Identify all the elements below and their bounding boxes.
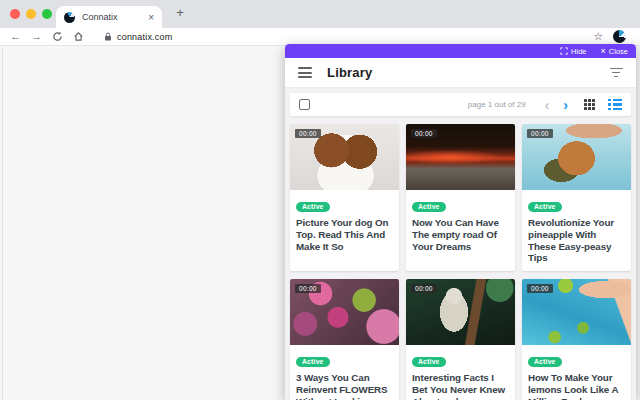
pagination-label: page 1 out of 29 (468, 100, 526, 109)
window-close-button[interactable] (10, 9, 20, 19)
video-thumbnail[interactable]: 00:00 (406, 279, 515, 345)
card-body: Active Interesting Facts I Bet You Never… (406, 345, 515, 400)
new-tab-button[interactable]: + (172, 5, 188, 21)
page-title: Library (327, 65, 372, 80)
card-body: Active Revolutionize Your pineapple With… (522, 190, 631, 271)
duration-badge: 00:00 (295, 284, 321, 293)
cards-grid: 00:00 Active Picture Your dog On Top. Re… (285, 121, 636, 400)
browser-tabstrip: Connatix × + (0, 0, 640, 28)
library-video-card[interactable]: 00:00 Active Picture Your dog On Top. Re… (290, 124, 399, 271)
video-title: Now You Can Have The empty road Of Your … (412, 217, 509, 252)
card-body: Active Now You Can Have The empty road O… (406, 190, 515, 259)
status-badge: Active (528, 202, 562, 212)
url-text: connatix.com (117, 32, 172, 42)
card-body: Active 3 Ways You Can Reinvent FLOWERS W… (290, 345, 399, 400)
window-zoom-button[interactable] (42, 9, 52, 19)
video-thumbnail[interactable]: 00:00 (290, 124, 399, 190)
url-bar[interactable]: connatix.com (96, 31, 180, 43)
reload-icon[interactable] (52, 31, 63, 42)
lock-icon (104, 32, 112, 41)
browser-tab[interactable]: Connatix × (56, 6, 162, 28)
hide-button[interactable]: Hide (560, 47, 586, 56)
tab-title: Connatix (82, 12, 144, 22)
tab-close-icon[interactable]: × (148, 12, 154, 23)
card-body: Active Picture Your dog On Top. Read Thi… (290, 190, 399, 259)
video-title: How To Make Your lemons Look Like A Mill… (528, 372, 625, 400)
duration-badge: 00:00 (527, 129, 553, 138)
status-badge: Active (412, 202, 446, 212)
close-button[interactable]: × Close (601, 47, 628, 56)
bookmark-star-icon[interactable]: ☆ (593, 30, 603, 43)
close-icon: × (601, 47, 606, 56)
status-badge: Active (528, 357, 562, 367)
home-icon[interactable] (73, 31, 84, 42)
prev-page-icon[interactable]: ‹ (545, 98, 550, 112)
duration-badge: 00:00 (411, 284, 437, 293)
video-title: Revolutionize Your pineapple With These … (528, 217, 625, 264)
library-video-card[interactable]: 00:00 Active Interesting Facts I Bet You… (406, 279, 515, 400)
select-all-checkbox[interactable] (299, 99, 310, 110)
library-video-card[interactable]: 00:00 Active Revolutionize Your pineappl… (522, 124, 631, 271)
video-title: Interesting Facts I Bet You Never Knew A… (412, 372, 509, 400)
hide-icon (560, 47, 568, 55)
video-thumbnail[interactable]: 00:00 (406, 124, 515, 190)
panel-titlebar: Hide × Close (285, 44, 636, 58)
library-video-card[interactable]: 00:00 Active How To Make Your lemons Loo… (522, 279, 631, 400)
library-video-card[interactable]: 00:00 Active Now You Can Have The empty … (406, 124, 515, 271)
back-icon[interactable]: ← (10, 31, 21, 42)
window-minimize-button[interactable] (26, 9, 36, 19)
connatix-favicon (64, 12, 75, 23)
status-badge: Active (296, 202, 330, 212)
video-title: Picture Your dog On Top. Read This And M… (296, 217, 393, 252)
list-view-icon[interactable] (608, 98, 622, 111)
connatix-extension-icon[interactable] (613, 30, 626, 43)
filter-icon[interactable] (609, 67, 623, 79)
status-badge: Active (412, 357, 446, 367)
library-video-card[interactable]: 00:00 Active 3 Ways You Can Reinvent FLO… (290, 279, 399, 400)
video-title: 3 Ways You Can Reinvent FLOWERS Without … (296, 372, 393, 400)
next-page-icon[interactable]: › (563, 98, 568, 112)
card-body: Active How To Make Your lemons Look Like… (522, 345, 631, 400)
video-thumbnail[interactable]: 00:00 (522, 124, 631, 190)
status-badge: Active (296, 357, 330, 367)
duration-badge: 00:00 (527, 284, 553, 293)
duration-badge: 00:00 (295, 129, 321, 138)
video-thumbnail[interactable]: 00:00 (290, 279, 399, 345)
grid-view-icon[interactable] (584, 99, 595, 110)
library-toolbar: page 1 out of 29 ‹ › (290, 93, 631, 116)
menu-icon[interactable] (298, 66, 312, 79)
connatix-library-panel: Hide × Close Library page 1 out of 29 ‹ … (285, 44, 636, 400)
video-thumbnail[interactable]: 00:00 (522, 279, 631, 345)
duration-badge: 00:00 (411, 129, 437, 138)
forward-icon[interactable]: → (31, 31, 42, 42)
panel-header: Library (285, 58, 636, 88)
